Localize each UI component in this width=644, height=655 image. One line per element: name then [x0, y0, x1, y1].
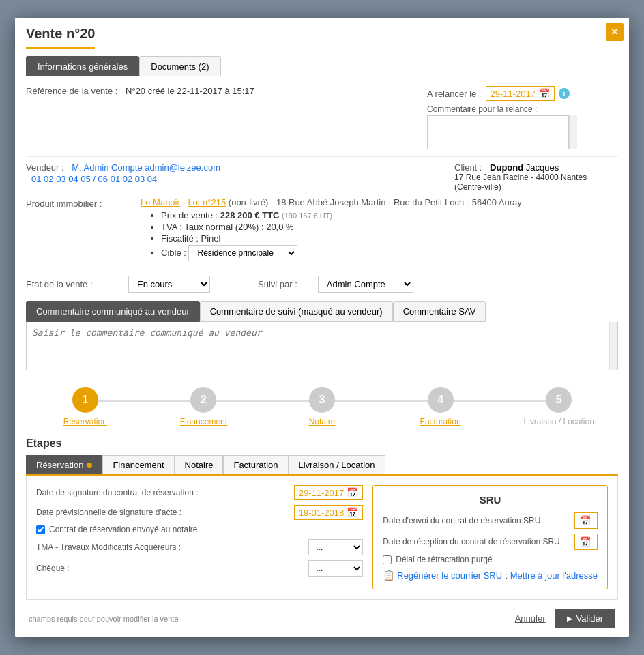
sru-date-envoi-input[interactable]: 📅	[574, 512, 598, 529]
divider-1	[26, 156, 618, 157]
date-signature-row: Date de signature du contrat de réservat…	[36, 485, 363, 500]
steps-progress: 1 Réservation 2 Financement 3 Notaire	[26, 387, 618, 426]
date-prevision-input[interactable]: 19-01-2018 📅	[294, 505, 364, 520]
etapes-tab-livraison[interactable]: Livraison / Location	[289, 455, 385, 474]
valider-button[interactable]: Valider	[555, 609, 615, 628]
cal-icon-1[interactable]: 📅	[347, 487, 358, 498]
client-firstname: Jacques	[526, 162, 559, 173]
comment-tab-suivi[interactable]: Commentaire de suivi (masqué au vendeur)	[200, 301, 393, 322]
comment-area-wrapper	[27, 322, 617, 370]
produit-prix: Prix de vente : 228 200 € TTC (190 167 €…	[161, 210, 522, 220]
regen-separator: :	[505, 570, 508, 581]
produit-lot-link[interactable]: Lot n°215	[188, 197, 226, 207]
step-label-1[interactable]: Réservation	[63, 417, 107, 426]
cheque-select[interactable]: ...	[308, 560, 363, 577]
comment-textarea[interactable]	[27, 322, 609, 370]
reservation-dot	[87, 463, 92, 468]
etat-select[interactable]: En cours Terminé Annulé	[128, 276, 210, 293]
vendeur-block: Vendeur : M. Admin Compte admin@leizee.c…	[26, 162, 441, 192]
step-label-3[interactable]: Notaire	[309, 417, 336, 426]
produit-address: 18 Rue Abbé Joseph Martin - Rue du Petit…	[276, 197, 522, 207]
tab-informations-generales[interactable]: Informations générales	[26, 56, 139, 76]
etapes-tab-reservation[interactable]: Réservation	[26, 455, 102, 474]
regen-row: 📋 Regénérer le courrier SRU : Mettre à j…	[383, 570, 598, 581]
cheque-row: Chèque : ...	[36, 560, 363, 577]
comment-tab-sav[interactable]: Commentaire SAV	[393, 301, 486, 322]
vendeur-email[interactable]: admin@leizee.com	[145, 162, 220, 173]
step-1: 1 Réservation	[26, 387, 145, 426]
annuler-button[interactable]: Annuler	[515, 613, 546, 624]
contrat-checkbox[interactable]	[36, 525, 45, 534]
step-circle-1: 1	[72, 387, 98, 413]
suivi-select[interactable]: Admin Compte	[318, 276, 413, 293]
delai-checkbox[interactable]	[383, 555, 392, 564]
etapes-tab-notaire[interactable]: Notaire	[175, 455, 224, 474]
state-row: Etat de la vente : En cours Terminé Annu…	[26, 276, 618, 293]
produit-tva: TVA : Taux normal (20%) : 20,0 %	[161, 222, 522, 232]
comment-tab-vendeur[interactable]: Commentaire communiqué au vendeur	[26, 301, 200, 322]
tab-documents[interactable]: Documents (2)	[139, 56, 220, 76]
step-label-5[interactable]: Livraison / Location	[523, 417, 594, 426]
client-city: (Centre-ville)	[454, 182, 618, 192]
vendeur-client-section: Vendeur : M. Admin Compte admin@leizee.c…	[26, 162, 618, 192]
date-signature-label: Date de signature du contrat de réservat…	[36, 488, 289, 497]
step-circle-3: 3	[309, 387, 335, 413]
step-4: 4 Facturation	[381, 387, 500, 426]
calendar-icon[interactable]: 📅	[538, 88, 550, 99]
client-label: Client :	[454, 161, 482, 173]
step-label-4[interactable]: Facturation	[420, 417, 461, 426]
sru-date-reception-label: Date de réception du contrat de réservat…	[383, 537, 569, 547]
modal-vente: Vente n°20 × Informations générales Docu…	[15, 18, 629, 637]
relance-section: A relancer le : 29-11-2017 📅 i Commentai…	[427, 86, 618, 149]
cal-icon-sru-2[interactable]: 📅	[579, 536, 591, 547]
etapes-tab-facturation[interactable]: Facturation	[223, 455, 288, 474]
produit-cible: Cible : Résidence principale Résidence s…	[161, 245, 522, 261]
contrat-checkbox-label: Contrat de réservation envoyé au notaire	[49, 525, 197, 534]
cible-select[interactable]: Résidence principale Résidence secondair…	[188, 245, 297, 261]
steps-progress-wrapper: 1 Réservation 2 Financement 3 Notaire	[26, 380, 618, 431]
date-prevision-row: Date prévisionnelle de signature d'acte …	[36, 505, 363, 520]
etapes-section: Etapes Réservation Financement Notaire F…	[26, 437, 618, 600]
cheque-label: Chèque :	[36, 564, 303, 573]
produit-label: Produit immobilier :	[26, 197, 135, 209]
cal-icon-2[interactable]: 📅	[347, 507, 358, 518]
step-circle-4: 4	[428, 387, 454, 413]
comment-area-box	[26, 322, 618, 370]
tma-select[interactable]: ...	[308, 539, 363, 555]
reference-value: N°20 créé le 22-11-2017 à 15:17	[126, 86, 254, 96]
client-lastname: Dupond	[490, 162, 523, 173]
step-3: 3 Notaire	[263, 387, 381, 426]
sru-date-envoi-row: Date d'envoi du contrat de réservation S…	[383, 512, 598, 529]
etapes-tab-financement[interactable]: Financement	[102, 455, 174, 474]
champs-requis: champs requis pour pouvoir modifier la v…	[29, 615, 506, 623]
sru-title: SRU	[383, 494, 598, 506]
vendeur-label: Vendeur :	[26, 161, 64, 173]
etapes-content: Date de signature du contrat de réservat…	[26, 476, 618, 600]
client-block: Client : Dupond Jacques 17 Rue Jean Raci…	[454, 162, 618, 192]
modal-header: Vente n°20 × Informations générales Docu…	[15, 18, 629, 76]
produit-manoir-link[interactable]: Le Manoir	[141, 197, 180, 207]
tma-label: TMA - Travaux Modificatifs Acquéreurs :	[36, 542, 303, 552]
date-prevision-label: Date prévisionnelle de signature d'acte …	[36, 508, 289, 517]
relance-label: A relancer le :	[427, 89, 482, 99]
step-circle-2: 2	[190, 387, 216, 413]
relance-row: A relancer le : 29-11-2017 📅 i	[427, 86, 570, 101]
relance-textarea-wrapper	[427, 115, 577, 149]
cal-icon-sru-1[interactable]: 📅	[579, 515, 591, 526]
produit-row: Produit immobilier : Le Manoir - Lot n°2…	[26, 197, 618, 263]
comment-tabs: Commentaire communiqué au vendeur Commen…	[26, 301, 618, 322]
date-signature-value: 29-11-2017	[299, 488, 345, 498]
sru-section: SRU Date d'envoi du contrat de réservati…	[372, 485, 608, 590]
maj-link[interactable]: Mettre à jour l'adresse	[510, 570, 598, 581]
date-prevision-value: 19-01-2018	[299, 508, 345, 518]
regen-link[interactable]: Regénérer le courrier SRU	[397, 570, 502, 581]
date-signature-input[interactable]: 29-11-2017 📅	[294, 485, 364, 500]
relance-comment-textarea[interactable]	[427, 115, 569, 149]
sru-date-reception-input[interactable]: 📅	[574, 534, 598, 550]
close-button[interactable]: ×	[606, 23, 624, 41]
step-label-2[interactable]: Financement	[180, 417, 227, 426]
step-circle-5: 5	[546, 387, 572, 413]
relance-date-box[interactable]: 29-11-2017 📅	[486, 86, 555, 101]
delai-checkbox-row: Délai de rétractation purgé	[383, 555, 598, 564]
reference-label: Référence de la vente :	[26, 85, 117, 96]
